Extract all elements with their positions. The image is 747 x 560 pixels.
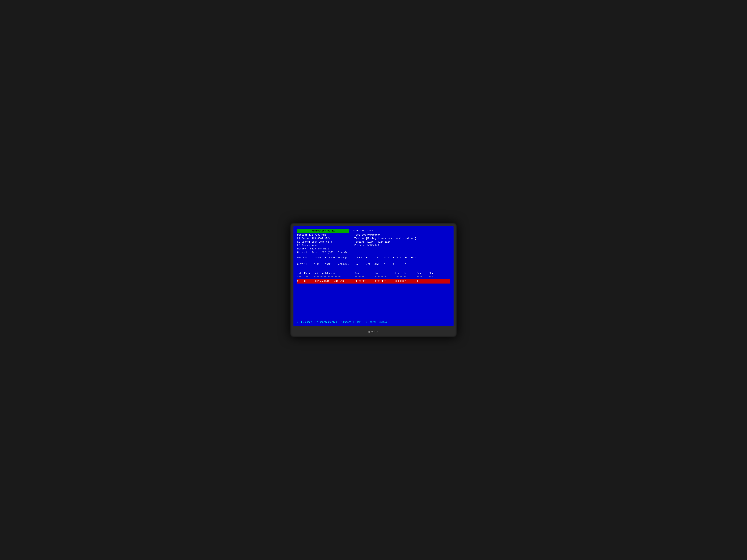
l2-cache-info: L2 Cache: 256K 2845 MB/s (297, 240, 351, 244)
stat-pass: 0 (384, 263, 393, 266)
stats-header: WallTime Cached RsvdMem MemMap Cache ECC… (297, 256, 450, 260)
chipset-info: Chipset : Intel i820 (ECC : Disabled) (297, 251, 351, 254)
info-grid: Pentium III 728.4MHz L1 Cache: 16K 6807 … (297, 233, 450, 254)
col-test-label: Test (375, 256, 384, 260)
header-row: Memtest86+ v2.11 Pass 14% ##### (297, 229, 450, 233)
screen-content: Memtest86+ v2.11 Pass 14% ##### Pentium … (297, 229, 450, 324)
stat-cache: on (355, 263, 366, 266)
footer-scroll-lock[interactable]: (SP)scroll_lock (340, 321, 361, 324)
footer: (ESC)Reboot (c)configuration (SP)scroll_… (297, 319, 450, 324)
test-line: Test 24% ######### (354, 233, 450, 237)
col-rsvdmem-label: RsvdMem (325, 256, 338, 260)
footer-config[interactable]: (c)configuration (315, 321, 337, 324)
app-title: Memtest86+ v2.11 (297, 229, 349, 233)
stat-eccerrs: 0 (405, 263, 418, 266)
screen: Memtest86+ v2.11 Pass 14% ##### Pentium … (293, 226, 454, 326)
stats-data-row: 0:07:11 511M 592K e820-Std on off Std 0 … (297, 263, 450, 266)
stat-memmap: e820-Std (338, 263, 355, 266)
col-pass-label: Pass (384, 256, 393, 260)
ecol-addr-label: Failing Address (314, 272, 355, 275)
stats-section: WallTime Cached RsvdMem MemMap Cache ECC… (297, 256, 450, 270)
pass-line: Pass 14% ##### (353, 229, 373, 232)
col-ecc-label: ECC (366, 256, 375, 260)
header-right: Pass 14% ##### (349, 229, 450, 233)
error-chan (429, 279, 438, 283)
l3-cache-info: L3 Cache: None (297, 244, 351, 247)
col-cache-label: Cache (355, 256, 366, 260)
memory-info: Memory : 511M 348 MB/s (297, 247, 351, 251)
col-eccerrs-label: ECC Errs (405, 256, 418, 260)
error-header: Tst Pass Failing Address Good Bad Err-Bi… (297, 272, 450, 275)
footer-scroll-unlock[interactable]: (CR)scroll_unlock (364, 321, 387, 324)
stat-cached: 511M (314, 263, 325, 266)
col-memmap-label: MemMap (338, 256, 355, 260)
stat-ecc: off (366, 263, 375, 266)
ecol-chan-label: Chan (429, 272, 438, 275)
error-section: Tst Pass Failing Address Good Bad Err-Bi… (297, 272, 450, 284)
ecol-tst-label: Tst (297, 272, 304, 275)
info-right: Test 24% ######### Test #4 [Moving inver… (351, 233, 450, 254)
pattern-line: Pattern: b030c1c6 (354, 244, 450, 247)
col-errors-label: Errors (393, 256, 405, 260)
error-addr: 0001b2c96d4 - 434.5MB (314, 279, 355, 283)
monitor-brand: acer (368, 330, 379, 334)
footer-esc[interactable]: (ESC)Reboot (297, 321, 312, 324)
testing-line: Testing: 132K - 512M 511M (354, 240, 450, 244)
stat-errors: 7 (393, 263, 405, 266)
error-errbits: 00000001 (395, 279, 417, 283)
stat-walltime: 0:07:11 (297, 263, 314, 266)
stat-rsvdmem: 592K (325, 263, 338, 266)
error-good: ffffffff (355, 279, 375, 283)
info-left: Pentium III 728.4MHz L1 Cache: 16K 6807 … (297, 233, 351, 254)
stat-test: Std (375, 263, 384, 266)
stats-sep: ---------- ------ ------- -------- -----… (297, 260, 450, 263)
error-pass: 0 (304, 279, 314, 283)
error-bad: fffffffe (375, 279, 395, 283)
stats-divider: - - - - - - - - - - - - - - - - - - - - … (297, 266, 450, 269)
cpu-info: Pentium III 728.4MHz (297, 233, 351, 237)
ecol-pass-label: Pass (304, 272, 314, 275)
error-tst: 2 (297, 279, 304, 283)
ecol-errbits-label: Err-Bits (395, 272, 417, 275)
ecol-bad-label: Bad (375, 272, 395, 275)
error-seps: --- ---- -------------------- -------- -… (297, 275, 450, 278)
ecol-count-label: Count (417, 272, 429, 275)
test-detail: Test #4 [Moving inversions, random patte… (354, 237, 450, 240)
col-cached-label: Cached (314, 256, 325, 260)
monitor: Memtest86+ v2.11 Pass 14% ##### Pentium … (290, 223, 457, 337)
error-data-row: 2 0 0001b2c96d4 - 434.5MB ffffffff fffff… (297, 279, 450, 284)
error-count: 1 (417, 279, 429, 283)
info-divider: - - - - - - - - - - - - - - - - - - - - … (354, 247, 450, 250)
l1-cache-info: L1 Cache: 16K 6807 MB/s (297, 237, 351, 240)
ecol-good-label: Good (355, 272, 375, 275)
col-walltime-label: WallTime (297, 256, 314, 260)
